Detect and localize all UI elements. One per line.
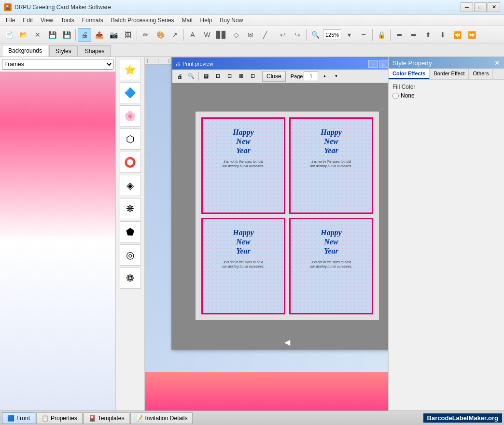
window-controls: ─ □ ✕	[368, 60, 388, 68]
tb-save2[interactable]: 💾	[60, 28, 73, 42]
tb-barcode[interactable]: ▊▊	[215, 28, 228, 42]
tb-new[interactable]: 📄	[2, 28, 15, 42]
style-property-close[interactable]: ✕	[494, 59, 500, 67]
taskbar-properties[interactable]: 📋 Properties	[36, 412, 83, 424]
sidebar-tool-10[interactable]: ❁	[120, 268, 141, 289]
toolbar-separator-5	[306, 29, 307, 41]
app-title: DRPU Greeting Card Maker Software	[14, 4, 461, 11]
tb-save[interactable]: 💾	[45, 28, 59, 42]
close-button[interactable]: ✕	[488, 2, 500, 12]
style-tab-others[interactable]: Others	[469, 69, 493, 79]
frames-dropdown[interactable]: Frames	[2, 59, 113, 70]
preview-view5[interactable]: ⊡	[247, 71, 258, 82]
tb-paint[interactable]: 🎨	[154, 28, 167, 42]
tb-pencil[interactable]: ✏	[139, 28, 153, 42]
taskbar-templates[interactable]: 🎴 Templates	[84, 412, 130, 424]
menu-batch[interactable]: Batch Processing Series	[107, 16, 178, 25]
tb-camera[interactable]: 📷	[107, 28, 120, 42]
preview-view4[interactable]: ⊠	[236, 71, 246, 82]
tb-redo[interactable]: ↪	[291, 28, 304, 42]
card-item-3: HappyNewYear It is not in the stars to h…	[201, 218, 285, 314]
tb-print[interactable]: 🖨	[78, 28, 91, 42]
page-input[interactable]	[304, 71, 318, 81]
sidebar-tool-1[interactable]: ⭐	[120, 59, 141, 80]
tb-zoom-dropdown[interactable]: ▾	[342, 28, 356, 42]
tb-undo[interactable]: ↩	[276, 28, 290, 42]
tb-pointer[interactable]: ↗	[168, 28, 182, 42]
page-spin-up[interactable]: ▲	[319, 71, 330, 82]
brand-label: BarcodeLabelMaker.org	[423, 413, 502, 423]
tb-more2[interactable]: ⏩	[465, 28, 478, 42]
tb-shapes[interactable]: ◇	[229, 28, 243, 42]
menu-file[interactable]: File	[2, 16, 19, 25]
sidebar-tool-3[interactable]: 🌸	[120, 105, 141, 127]
menu-buynow[interactable]: Buy Now	[216, 16, 247, 25]
tb-zoom-in[interactable]: 🔍	[308, 28, 322, 42]
style-tab-border-effect[interactable]: Border Effect	[430, 69, 469, 79]
taskbar-invitation[interactable]: 📝 Invitation Details	[130, 412, 193, 424]
toolbar-separator-7	[390, 29, 391, 41]
tab-backgrounds[interactable]: Backgrounds	[2, 45, 48, 57]
menu-mail[interactable]: Mail	[178, 16, 196, 25]
tab-shapes[interactable]: Shapes	[79, 45, 111, 57]
sidebar-tool-7[interactable]: ❋	[120, 198, 141, 219]
menu-bar: File Edit View Tools Formats Batch Proce…	[0, 14, 504, 26]
tb-line[interactable]: ╱	[258, 28, 272, 42]
taskbar-front[interactable]: 🟦 Front	[2, 412, 35, 424]
toolbar-separator-2	[137, 29, 137, 41]
style-tab-color-effects[interactable]: Color Effects	[389, 69, 430, 79]
card-item-1: HappyNewYear It is not in the stars to h…	[201, 117, 285, 214]
tab-styles[interactable]: Styles	[49, 45, 78, 57]
preview-view1[interactable]: ▦	[201, 71, 211, 82]
preview-maximize[interactable]: □	[379, 60, 388, 68]
menu-view[interactable]: View	[37, 16, 57, 25]
print-preview-titlebar: 🖨 Print preview ─ □ ✕	[172, 58, 388, 70]
tb-image[interactable]: 🖼	[121, 28, 135, 42]
preview-close-btn[interactable]: Close	[262, 71, 286, 82]
properties-label: Properties	[51, 415, 77, 422]
sidebar-tool-6[interactable]: ◈	[120, 175, 141, 196]
tb-word[interactable]: W	[200, 28, 214, 42]
toolbar-separator-4	[274, 29, 274, 41]
menu-edit[interactable]: Edit	[19, 16, 37, 25]
right-panel: Style Property ✕ Color Effects Border Ef…	[388, 57, 504, 411]
tb-up[interactable]: ⬆	[421, 28, 435, 42]
tb-next[interactable]: ➡	[407, 28, 420, 42]
tb-prev[interactable]: ⬅	[392, 28, 406, 42]
menu-tools[interactable]: Tools	[57, 16, 78, 25]
tb-down[interactable]: ⬇	[436, 28, 449, 42]
print-preview-content: HappyNewYear It is not in the stars to h…	[172, 83, 388, 349]
menu-help[interactable]: Help	[196, 16, 216, 25]
sidebar-tool-9[interactable]: ◎	[120, 244, 141, 266]
fill-none-radio[interactable]	[392, 93, 399, 99]
card-item-4: HappyNewYear It is not in the stars to h…	[289, 218, 373, 314]
invitation-label: Invitation Details	[145, 415, 187, 422]
preview-zoom-btn[interactable]: 🔍	[186, 71, 196, 82]
sidebar-tool-8[interactable]: ⬟	[120, 221, 141, 242]
toolbar-separator-6	[372, 29, 373, 41]
preview-view3[interactable]: ⊟	[224, 71, 235, 82]
tb-zoom-out[interactable]: −	[357, 28, 370, 42]
front-icon: 🟦	[7, 415, 14, 422]
tb-envelope[interactable]: ✉	[244, 28, 257, 42]
preview-minimize[interactable]: ─	[368, 60, 378, 68]
tb-text[interactable]: A	[186, 28, 199, 42]
templates-label: Templates	[98, 415, 125, 422]
sidebar-tool-2[interactable]: 🔷	[120, 82, 141, 103]
tb-close[interactable]: ✕	[31, 28, 44, 42]
tb-lock[interactable]: 🔒	[375, 28, 388, 42]
preview-print-btn[interactable]: 🖨	[174, 71, 185, 82]
sidebar-tool-5[interactable]: ⭕	[120, 152, 141, 173]
page-spin-down[interactable]: ▼	[331, 71, 341, 82]
toolbar-separator-1	[75, 29, 76, 41]
sidebar-tool-4[interactable]: ⬡	[120, 128, 141, 150]
maximize-button[interactable]: □	[474, 2, 487, 12]
tb-more1[interactable]: ⏪	[450, 28, 464, 42]
preview-view2[interactable]: ⊞	[212, 71, 223, 82]
properties-icon: 📋	[42, 415, 49, 422]
minimize-button[interactable]: ─	[461, 2, 473, 12]
tb-open[interactable]: 📂	[16, 28, 30, 42]
menu-formats[interactable]: Formats	[78, 16, 107, 25]
print-preview-toolbar: 🖨 🔍 ▦ ⊞ ⊟ ⊠ ⊡ Close Page ▲	[172, 70, 388, 83]
tb-export[interactable]: 📤	[92, 28, 106, 42]
